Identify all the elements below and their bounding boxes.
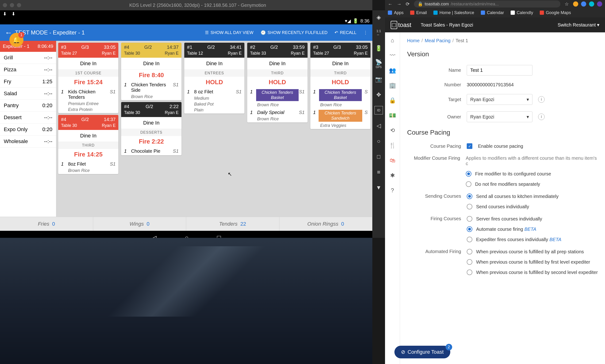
ticket-column: #3G/333:05 Table 27Ryan E Dine InTHIRDHO… — [310, 43, 371, 215]
recall-button[interactable]: ↶RECALL — [335, 30, 356, 35]
name-input[interactable] — [467, 65, 533, 76]
gps-tool-icon[interactable]: 📡GPS — [374, 60, 383, 68]
lock-icon: 🔒 — [418, 1, 423, 7]
nav-fwd-icon[interactable]: → — [397, 1, 401, 7]
show-recent-button[interactable]: 🕘SHOW RECENTLY FULFILLED — [261, 30, 328, 35]
sync-icon[interactable]: ⟲ — [389, 127, 396, 134]
sidebar-row[interactable]: Pantry0:20 — [0, 100, 56, 112]
ticket-card[interactable]: #1G/234:41 Table 12Ryan E Dine InENTREES… — [184, 43, 244, 114]
bookmark-item[interactable]: Google Maps — [540, 10, 571, 15]
bookmark-item[interactable]: Email — [410, 10, 427, 15]
fc-radio-3[interactable] — [467, 237, 472, 242]
sc-radio-1[interactable] — [467, 194, 472, 199]
star-icon[interactable]: ☆ — [565, 1, 569, 7]
bookmark-item[interactable]: Home | Salesforce — [433, 10, 474, 15]
sidebar-timer: 8:06:49 — [38, 44, 53, 49]
max-dot[interactable] — [17, 3, 21, 7]
nav-reload-icon[interactable]: ⟳ — [406, 1, 410, 7]
rotate-icon[interactable]: ◈ — [374, 13, 383, 22]
footer-item[interactable]: Wings0 — [93, 217, 186, 231]
money-icon[interactable]: 💵 — [389, 112, 396, 119]
switch-restaurant-button[interactable]: Switch Restaurant ▾ — [558, 22, 599, 28]
owner-select[interactable]: Ryan Egozi▾ — [467, 111, 533, 122]
show-all-day-button[interactable]: ☰SHOW ALL DAY VIEW — [205, 30, 254, 35]
course-label: THIRD — [247, 70, 307, 77]
footer-item[interactable]: Fries0 — [0, 217, 93, 231]
sidebar-header[interactable]: Expediter - 1 8:06:49 — [0, 41, 56, 52]
configure-toast-button[interactable]: ⊘ Configure Toast 2 — [394, 346, 450, 358]
help-icon[interactable]: ? — [389, 187, 396, 194]
bc-home[interactable]: Home — [407, 38, 420, 43]
hold-label: HOLD — [247, 77, 307, 88]
mcf-radio-2[interactable] — [466, 181, 471, 187]
mcf-radio-1[interactable] — [466, 171, 471, 177]
fc-radio-1[interactable] — [467, 216, 472, 222]
ticket-header: #4G/214:37 Table 30Ryan E — [121, 43, 181, 58]
bookmark-item[interactable]: Calendar — [481, 10, 504, 15]
id-tool-icon[interactable]: ID — [374, 106, 383, 115]
url-bar[interactable]: 🔒 toasttab.com/restaurants/admin/mea... — [414, 0, 560, 8]
browser-toolbar: ← → ⟳ 🔒 toasttab.com/restaurants/admin/m… — [385, 0, 605, 8]
sidebar-row[interactable]: Expo Only0:20 — [0, 124, 56, 136]
ticket-card[interactable]: #3G/333:05 Table 27Ryan E Dine InTHIRDHO… — [310, 43, 371, 129]
nav-back-icon[interactable]: ← — [388, 1, 393, 7]
sidebar-row[interactable]: Fry1:25 — [0, 76, 56, 88]
sc-radio-2[interactable] — [467, 204, 472, 209]
more-icon[interactable]: ⋮ — [363, 30, 368, 35]
info-icon[interactable]: i — [538, 96, 545, 103]
sidebar-row[interactable]: Wholesale--:-- — [0, 136, 56, 147]
info-icon[interactable]: i — [538, 114, 545, 120]
cp-checkbox[interactable]: ✓ — [467, 143, 472, 149]
menu-tool-icon[interactable]: ≡ — [374, 168, 383, 176]
ext-icon[interactable] — [573, 1, 578, 7]
sidebar-row[interactable]: Dessert--:-- — [0, 112, 56, 124]
window-controls[interactable] — [3, 3, 21, 7]
fc-radio-2[interactable] — [467, 226, 472, 232]
ext-icon[interactable] — [597, 1, 602, 7]
bookmark-icon — [433, 11, 438, 15]
af-radio-2[interactable] — [467, 259, 472, 265]
sidebar-row[interactable]: Grill--:-- — [0, 52, 56, 64]
home-tool-icon[interactable]: ○ — [374, 137, 383, 145]
ticket-card[interactable]: #3G/333:05 Table 27Ryan E Dine In1ST COU… — [58, 43, 118, 113]
af-radio-3[interactable] — [467, 270, 472, 275]
ext-icon[interactable] — [581, 1, 586, 7]
footer-item[interactable]: Tenders22 — [186, 217, 279, 231]
building-icon[interactable]: 🏢 — [389, 82, 396, 89]
ticket-card[interactable]: #4G/214:37 Table 30Ryan E Dine InTHIRDFi… — [58, 115, 118, 174]
bc-meal-pacing[interactable]: Meal Pacing — [425, 38, 451, 43]
move-tool-icon[interactable]: ✥ — [374, 91, 383, 99]
bookmark-item[interactable]: Calendly — [511, 10, 533, 15]
recent-tool-icon[interactable]: □ — [374, 153, 383, 161]
kds-body: Expediter - 1 8:06:49 Grill--:--Pizza--:… — [0, 41, 372, 217]
utensils-icon[interactable]: 🍴 — [389, 142, 396, 149]
ticket-area: #3G/333:05 Table 27Ryan E Dine In1ST COU… — [56, 41, 372, 217]
home-icon[interactable]: ⌂ — [389, 37, 396, 44]
chart-icon[interactable]: 〰 — [389, 52, 396, 59]
bookmark-item[interactable]: Apps — [388, 10, 404, 15]
shop-icon[interactable]: 🛍 — [389, 157, 396, 164]
lock-nav-icon[interactable]: 🔒 — [389, 97, 396, 104]
notification-bell[interactable]: 🔔1 — [9, 33, 24, 47]
ticket-column: #2G/233:59 Table 33Ryan E Dine InTHIRDHO… — [247, 43, 307, 215]
target-select[interactable]: Ryan Egozi▾ — [467, 94, 533, 105]
ticket-card[interactable]: #2G/233:59 Table 33Ryan E Dine InTHIRDHO… — [247, 43, 307, 122]
people-icon[interactable]: 👥 — [389, 67, 396, 74]
ticket-card[interactable]: #4G/214:37 Table 30Ryan E Dine InFire 8:… — [121, 43, 181, 100]
battery-tool-icon[interactable]: 🔋 — [374, 44, 383, 52]
sidebar-row[interactable]: Pizza--:-- — [0, 64, 56, 76]
ticket-card[interactable]: #4G/22:22 Table 30Ryan E Dine InDESSERTS… — [121, 102, 181, 155]
network-icon[interactable]: ✱ — [389, 172, 396, 179]
ext-icon[interactable] — [589, 1, 594, 7]
sidebar-row[interactable]: Salad--:-- — [0, 88, 56, 100]
footer-item[interactable]: Onion Ringss0 — [279, 217, 372, 231]
close-dot[interactable] — [3, 3, 7, 7]
back-tool-icon[interactable]: ◁ — [374, 121, 383, 130]
af-radio-1[interactable] — [467, 249, 472, 254]
toast-logo[interactable]: □toast — [391, 21, 411, 29]
toast-header: □toast Toast Sales - Ryan Egozi Switch R… — [385, 17, 605, 32]
camera-tool-icon[interactable]: 📷 — [374, 75, 383, 83]
expand-tool-icon[interactable]: ▼ — [374, 183, 383, 192]
scale-icon[interactable]: 1:1↔ — [374, 29, 383, 37]
min-dot[interactable] — [10, 3, 14, 7]
